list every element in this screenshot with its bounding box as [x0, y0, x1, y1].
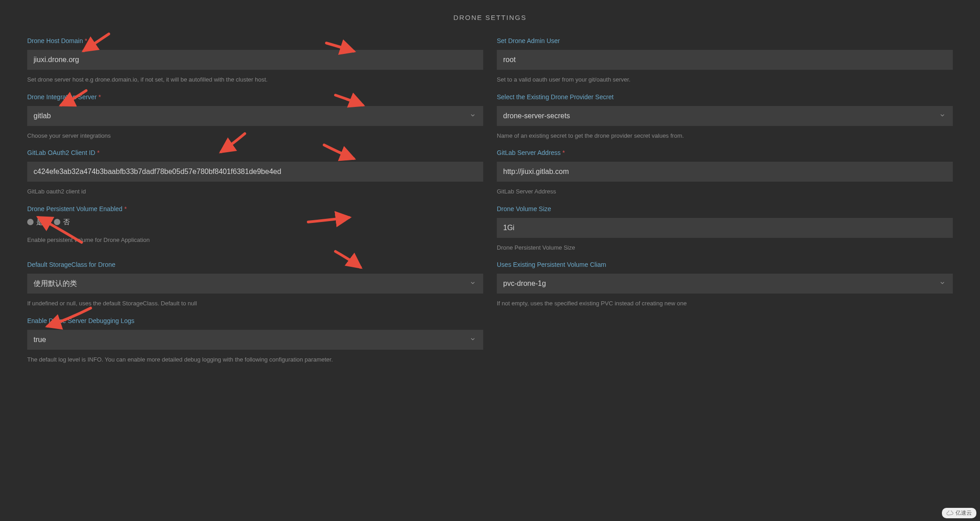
input-server-address[interactable] [497, 162, 953, 182]
field-pv-enabled: Drone Persistent Volume Enabled* 是 否 Ena… [27, 205, 483, 252]
field-host-domain: Drone Host Domain* Set drone server host… [27, 37, 483, 84]
label-debug-logs: Enable Drone Server Debugging Logs [27, 317, 483, 324]
label-volume-size: Drone Volume Size [497, 205, 953, 212]
help-server-address: GitLab Server Address [497, 187, 953, 196]
field-oauth-client-id: GitLab OAuth2 Client ID* GitLab oauth2 c… [27, 149, 483, 196]
label-pv-enabled: Drone Persistent Volume Enabled* [27, 205, 483, 212]
select-debug-logs[interactable] [27, 330, 483, 350]
select-pvc[interactable] [497, 274, 953, 294]
field-debug-logs: Enable Drone Server Debugging Logs The d… [27, 317, 483, 364]
help-host-domain: Set drone server host e.g drone.domain.i… [27, 75, 483, 84]
help-volume-size: Drone Persistent Volume Size [497, 243, 953, 252]
radio-dot-icon [54, 219, 60, 225]
input-oauth-client-id[interactable] [27, 162, 483, 182]
help-debug-logs: The default log level is INFO. You can e… [27, 355, 483, 364]
label-text: Drone Persistent Volume Enabled [27, 205, 122, 212]
help-oauth-client-id: GitLab oauth2 client id [27, 187, 483, 196]
field-admin-user: Set Drone Admin User Set to a valid oaut… [497, 37, 953, 84]
required-marker: * [124, 205, 126, 212]
label-storage-class: Default StorageClass for Drone [27, 261, 483, 268]
input-host-domain[interactable] [27, 50, 483, 70]
select-provider-secret[interactable] [497, 106, 953, 126]
section-title: DRONE SETTINGS [27, 14, 953, 21]
required-marker: * [563, 149, 565, 156]
input-admin-user[interactable] [497, 50, 953, 70]
label-pvc: Uses Existing Persistent Volume Cliam [497, 261, 953, 268]
field-integration-server: Drone Integration Server* Choose your se… [27, 93, 483, 140]
required-marker: * [97, 149, 99, 156]
radio-group-pv-enabled: 是 否 [27, 218, 483, 227]
field-pvc: Uses Existing Persistent Volume Cliam If… [497, 261, 953, 308]
help-admin-user: Set to a valid oauth user from your git/… [497, 75, 953, 84]
label-text: Drone Integration Server [27, 93, 97, 101]
label-text: GitLab OAuth2 Client ID [27, 149, 95, 156]
label-integration-server: Drone Integration Server* [27, 93, 483, 101]
empty-cell [497, 317, 953, 364]
field-storage-class: Default StorageClass for Drone If undefi… [27, 261, 483, 308]
select-storage-class[interactable] [27, 274, 483, 294]
label-provider-secret: Select the Existing Drone Provider Secre… [497, 93, 953, 101]
field-provider-secret: Select the Existing Drone Provider Secre… [497, 93, 953, 140]
label-oauth-client-id: GitLab OAuth2 Client ID* [27, 149, 483, 156]
help-pv-enabled: Enable persistent volume for Drone Appli… [27, 236, 483, 245]
help-integration-server: Choose your server integrations [27, 131, 483, 140]
select-integration-server[interactable] [27, 106, 483, 126]
label-host-domain: Drone Host Domain* [27, 37, 483, 44]
label-admin-user: Set Drone Admin User [497, 37, 953, 44]
help-storage-class: If undefined or null, uses the default S… [27, 299, 483, 308]
help-pvc: If not empty, uses the specified existin… [497, 299, 953, 308]
help-provider-secret: Name of an existing secret to get the dr… [497, 131, 953, 140]
required-marker: * [98, 93, 101, 101]
input-volume-size[interactable] [497, 218, 953, 238]
radio-label-yes: 是 [36, 218, 43, 227]
settings-form: DRONE SETTINGS Drone Host Domain* Set dr… [0, 0, 980, 377]
radio-no[interactable]: 否 [54, 218, 70, 227]
radio-yes[interactable]: 是 [27, 218, 43, 227]
required-marker: * [85, 37, 87, 44]
label-text: Drone Host Domain [27, 37, 83, 44]
field-volume-size: Drone Volume Size Drone Persistent Volum… [497, 205, 953, 252]
label-text: GitLab Server Address [497, 149, 561, 156]
label-server-address: GitLab Server Address* [497, 149, 953, 156]
radio-dot-icon [27, 219, 34, 225]
field-server-address: GitLab Server Address* GitLab Server Add… [497, 149, 953, 196]
radio-label-no: 否 [63, 218, 70, 227]
